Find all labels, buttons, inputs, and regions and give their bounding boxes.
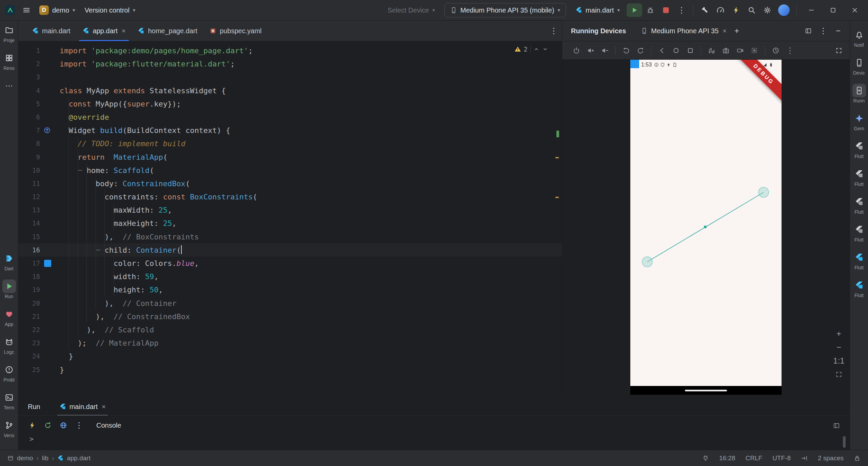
screenshot-button[interactable] [748,44,761,57]
gutter[interactable]: 15 [18,230,60,244]
volume-down-button[interactable] [598,44,612,57]
run-tab-main-dart[interactable]: main.dart × [55,398,110,415]
code-line-18[interactable]: 18 width: 59, [18,270,562,283]
tool-button-flutter-coverage[interactable]: Flutt [852,223,866,242]
overview-button[interactable] [684,44,697,57]
snapshots-button[interactable] [769,44,783,57]
gutter[interactable]: 13 [18,203,60,217]
close-icon[interactable]: × [102,403,106,411]
code-editor[interactable]: 1import 'package:demo/pages/home_page.da… [18,41,562,397]
code-line-5[interactable]: 5 const MyApp({super.key}); [18,97,562,111]
code-line-15[interactable]: 15 ), // BoxConstraints [18,230,562,244]
gutter[interactable]: 18 [18,270,60,283]
gutter[interactable]: 24 [18,350,60,363]
console-more-button[interactable]: ⋮ [72,418,86,432]
tool-button-app-quality-insights[interactable]: App [2,307,16,327]
prev-problem-icon[interactable] [533,46,539,52]
code-line-23[interactable]: 23 ); // MaterialApp [18,336,562,350]
main-menu-button[interactable] [19,3,34,18]
code-line-6[interactable]: 6 @override [18,111,562,124]
split-panel-button[interactable] [802,24,815,38]
tool-button-flutter-performance[interactable]: Flutt [852,195,866,215]
device-selector[interactable]: Medium Phone API 35 (mobile) ▾ [445,3,566,17]
code-line-7[interactable]: 7 Widget build(BuildContext context) { [18,124,562,137]
tool-button-gemini[interactable]: Gem [852,112,866,131]
zoom-reset-button[interactable]: 1:1 [832,355,846,367]
code-line-9[interactable]: 9 return MaterialApp( [18,151,562,164]
gutter[interactable]: 14 [18,217,60,230]
next-problem-icon[interactable] [542,46,548,52]
breadcrumb-file[interactable]: app.dart [67,454,91,462]
gutter[interactable]: 11 [18,177,60,190]
breadcrumb-dir[interactable]: lib [42,454,48,462]
fold-button[interactable] [705,44,718,57]
add-device-tab-button[interactable]: + [730,24,744,38]
code-line-22[interactable]: 22 ), // Scaffold [18,323,562,336]
user-avatar[interactable] [778,4,790,16]
maximize-button[interactable] [823,3,844,18]
gutter[interactable]: 20 [18,297,60,310]
gutter[interactable]: 10 [18,164,60,177]
tool-button-terminal[interactable]: Term [2,391,16,410]
gutter[interactable]: 23 [18,336,60,350]
code-line-25[interactable]: 25} [18,363,562,376]
gutter[interactable]: 12 [18,190,60,203]
code-line-3[interactable]: 3 [18,71,562,84]
gutter[interactable]: 19 [18,283,60,296]
run-config-selector[interactable]: main.dart ▾ [571,3,624,18]
vcs-widget[interactable]: Version control ▾ [81,3,140,18]
rotate-right-button[interactable] [634,44,647,57]
tab-pubspec.yaml[interactable]: pubspec.yaml [203,21,268,41]
gutter[interactable]: 3 [18,71,60,84]
select-device-dropdown[interactable]: Select Device ▾ [383,3,439,18]
apply-changes-button[interactable] [729,3,744,18]
console-scrollbar[interactable] [843,436,846,448]
gutter[interactable]: 22 [18,323,60,336]
phone-nav-bar[interactable] [630,386,782,395]
gutter[interactable]: 6 [18,111,60,124]
close-button[interactable] [844,3,865,18]
device-tab[interactable]: Medium Phone API 35 × [637,21,730,41]
code-line-12[interactable]: 12 constraints: const BoxConstraints( [18,190,562,203]
tool-button-flutter-property-editor[interactable]: Flutt [852,278,866,298]
stop-button[interactable] [658,3,673,17]
code-line-2[interactable]: 2import 'package:flutter/material.dart'; [18,57,562,71]
code-line-17[interactable]: 17 color: Colors.blue, [18,257,562,270]
code-line-16[interactable]: 16 ─ child: Container( [18,244,562,257]
tool-button-flutter-devtools[interactable]: Flutt [852,251,866,270]
code-line-1[interactable]: 1import 'package:demo/pages/home_page.da… [18,44,562,57]
gutter[interactable]: 16 [18,244,60,257]
home-button[interactable] [669,44,683,57]
code-line-21[interactable]: 21 ), // ConstrainedBox [18,310,562,323]
screen-record-button[interactable] [733,44,747,57]
tool-button-version-control[interactable]: Versi [2,419,16,438]
back-button[interactable] [655,44,669,57]
code-line-14[interactable]: 14 maxHeight: 25, [18,217,562,230]
power-button[interactable] [570,44,583,57]
gutter[interactable]: 21 [18,310,60,323]
color-swatch[interactable] [44,260,51,267]
device-connection-icon[interactable] [702,455,709,462]
gutter[interactable]: 25 [18,363,60,376]
breadcrumb-project[interactable]: demo [17,454,33,462]
readonly-lock-icon[interactable] [854,455,861,462]
gutter[interactable]: 2 [18,57,60,71]
hide-panel-button[interactable]: − [831,24,845,38]
tool-button-problems[interactable]: Probl [2,363,16,383]
tab-home_page.dart[interactable]: home_page.dart [132,21,203,41]
zoom-in-button[interactable]: + [832,328,846,340]
tool-button-logcat[interactable]: Logc [2,335,16,355]
encoding-indicator[interactable]: UTF-8 [772,454,791,462]
code-line-20[interactable]: 20 ), // Container [18,297,562,310]
panel-options-button[interactable]: ⋮ [816,24,830,38]
search-everywhere-button[interactable] [744,3,759,18]
tool-button-project[interactable]: Proje [2,23,16,43]
build-button[interactable] [697,3,712,18]
tool-button-notifications[interactable]: Notif [852,28,866,48]
volume-up-button[interactable] [584,44,597,57]
rotate-left-button[interactable] [619,44,633,57]
tab-options-button[interactable]: ⋮ [546,27,562,35]
project-selector[interactable]: D demo ▾ [35,3,79,18]
device-frame-toggle-button[interactable] [832,44,846,57]
tool-button-flutter-outline[interactable]: Flutt [852,167,866,187]
